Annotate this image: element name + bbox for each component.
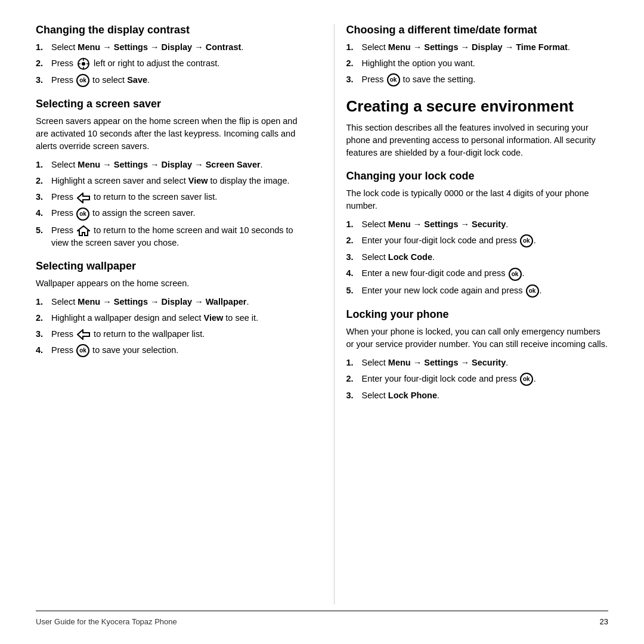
ok-icon: ok [509,268,522,281]
svg-marker-6 [78,193,89,203]
step-lock-code-1: Select Menu → Settings → Security. [346,218,609,231]
section-display-contrast: Changing the display contrastSelect Menu… [36,24,298,87]
section-title-wallpaper: Selecting wallpaper [36,260,298,273]
step-time-date-3: Press ok to save the setting. [346,73,609,86]
right-column: Choosing a different time/date formatSel… [334,24,609,605]
step-time-date-1: Select Menu → Settings → Display → Time … [346,41,609,54]
section-body-screen-saver: Screen savers appear on the home screen … [36,115,298,153]
steps-list-screen-saver: Select Menu → Settings → Display → Scree… [36,159,298,249]
ok-icon: ok [76,74,89,87]
section-wallpaper: Selecting wallpaperWallpaper appears on … [36,260,298,357]
step-screen-saver-5: Press to return to the home screen and w… [36,224,298,249]
step-wallpaper-4: Press ok to save your selection. [36,344,298,357]
ok-icon: ok [387,73,400,86]
step-display-contrast-3: Press ok to select Save. [36,74,298,87]
steps-list-time-date: Select Menu → Settings → Display → Time … [346,41,609,86]
home-icon [77,225,90,236]
step-lock-code-5: Enter your new lock code again and press… [346,284,609,298]
back-icon [77,329,90,340]
steps-list-display-contrast: Select Menu → Settings → Display → Contr… [36,41,298,87]
footer-page-number: 23 [600,617,608,626]
steps-list-lock-code: Select Menu → Settings → Security.Enter … [346,218,609,298]
left-column: Changing the display contrastSelect Menu… [36,24,310,605]
step-screen-saver-2: Highlight a screen saver and select View… [36,175,298,187]
footer: User Guide for the Kyocera Topaz Phone 2… [36,611,608,626]
step-time-date-2: Highlight the option you want. [346,57,609,70]
step-lock-phone-3: Select Lock Phone. [346,389,609,402]
section-body-lock-phone: When your phone is locked, you can call … [346,326,609,351]
footer-text: User Guide for the Kyocera Topaz Phone [36,617,177,626]
page: Changing the display contrastSelect Menu… [0,0,644,644]
section-screen-saver: Selecting a screen saverScreen savers ap… [36,98,298,249]
section-body-wallpaper: Wallpaper appears on the home screen. [36,277,298,290]
step-lock-code-4: Enter a new four-digit code and press ok… [346,267,609,280]
step-screen-saver-4: Press ok to assign the screen saver. [36,207,298,220]
step-display-contrast-2: Press left or right to adjust the contra… [36,57,298,70]
steps-list-wallpaper: Select Menu → Settings → Display → Wallp… [36,296,298,357]
ok-icon: ok [76,344,89,357]
step-screen-saver-3: Press to return to the screen saver list… [36,191,298,203]
step-lock-code-2: Enter your four-digit lock code and pres… [346,234,609,247]
step-screen-saver-1: Select Menu → Settings → Display → Scree… [36,159,298,171]
section-title-screen-saver: Selecting a screen saver [36,98,298,110]
svg-point-1 [82,62,85,66]
nav-icon [77,57,90,70]
step-lock-phone-1: Select Menu → Settings → Security. [346,357,609,369]
content-area: Changing the display contrastSelect Menu… [36,24,608,605]
step-lock-phone-2: Enter your four-digit lock code and pres… [346,373,609,386]
section-title-secure-env: Creating a secure environment [346,97,609,116]
svg-marker-8 [78,330,89,339]
section-lock-code: Changing your lock codeThe lock code is … [346,170,609,298]
ok-icon: ok [76,208,89,221]
section-title-display-contrast: Changing the display contrast [36,24,298,36]
section-body-lock-code: The lock code is typically 0000 or the l… [346,187,609,212]
step-lock-code-3: Select Lock Code. [346,251,609,264]
section-time-date: Choosing a different time/date formatSel… [346,24,609,86]
ok-icon: ok [520,234,533,247]
back-icon [77,193,90,203]
section-title-lock-phone: Locking your phone [346,308,609,321]
ok-icon: ok [520,373,533,386]
svg-marker-7 [78,226,89,236]
section-title-time-date: Choosing a different time/date format [346,24,609,36]
ok-icon: ok [526,284,539,298]
section-secure-env: Creating a secure environmentThis sectio… [346,97,609,159]
steps-list-lock-phone: Select Menu → Settings → Security.Enter … [346,357,609,402]
section-title-lock-code: Changing your lock code [346,170,609,182]
section-body-secure-env: This section describes all the features … [346,122,609,159]
section-lock-phone: Locking your phoneWhen your phone is loc… [346,308,609,402]
step-wallpaper-3: Press to return to the wallpaper list. [36,328,298,340]
step-wallpaper-2: Highlight a wallpaper design and select … [36,312,298,324]
step-display-contrast-1: Select Menu → Settings → Display → Contr… [36,41,298,54]
step-wallpaper-1: Select Menu → Settings → Display → Wallp… [36,296,298,308]
